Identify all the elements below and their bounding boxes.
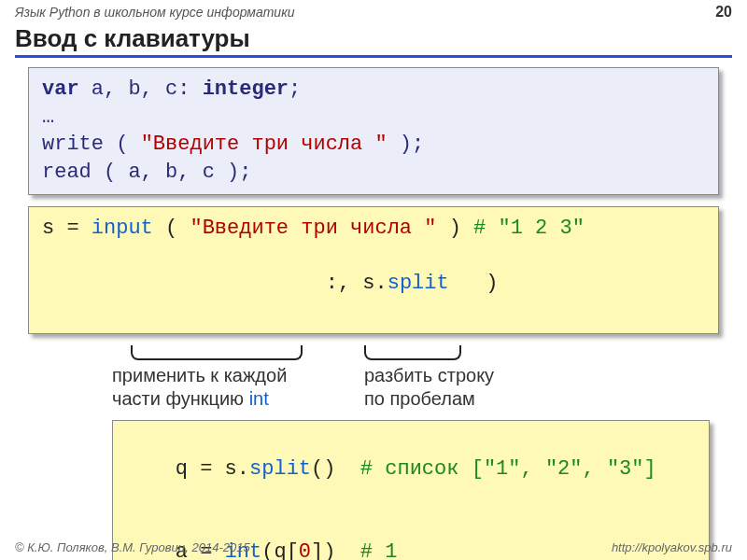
copyright-text: © К.Ю. Поляков, В.М. Гуровиц, 2014-2015 xyxy=(15,540,250,554)
annotation-row: применить к каждой части функцию int раз… xyxy=(112,345,719,411)
url-text: http://kpolyakov.spb.ru xyxy=(612,540,732,554)
brace-icon xyxy=(131,345,303,360)
python-code-block-1: s = input ( "Введите три числа " ) # "1 … xyxy=(28,206,719,334)
course-title: Язык Python в школьном курсе информатики xyxy=(15,5,295,20)
code-line: s = input ( "Введите три числа " ) # "1 … xyxy=(42,215,705,243)
slide-footer: © К.Ю. Поляков, В.М. Гуровиц, 2014-2015 … xyxy=(0,538,747,556)
code-line: var a, b, c: integer; xyxy=(42,76,705,104)
code-line: read ( a, b, c ); xyxy=(42,159,705,187)
annotation-right: разбить строку по пробелам xyxy=(364,345,494,411)
code-line: write ( "Введите три числа " ); xyxy=(42,131,705,159)
page-number: 20 xyxy=(715,4,732,21)
code-line: … xyxy=(42,104,705,132)
annotation-text: применить к каждой части функцию int xyxy=(112,364,287,411)
code-line: q = s.split() # список ["1", "2", "3"] xyxy=(126,428,696,511)
pascal-code-block: var a, b, c: integer; … write ( "Введите… xyxy=(28,67,719,195)
slide-title: Ввод с клавиатуры xyxy=(15,24,732,58)
annotation-text: разбить строку по пробелам xyxy=(364,364,494,411)
annotation-left: применить к каждой части функцию int xyxy=(112,345,364,411)
brace-icon xyxy=(364,345,461,360)
code-line: :, s.split ) xyxy=(42,242,705,325)
slide-header: Язык Python в школьном курсе информатики… xyxy=(0,0,747,22)
